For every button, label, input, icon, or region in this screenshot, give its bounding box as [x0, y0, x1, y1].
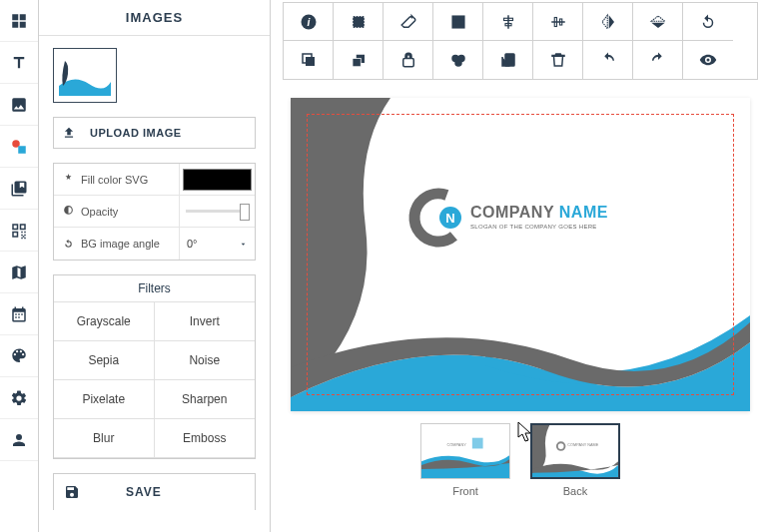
- page-front[interactable]: COMPANY Front: [420, 423, 510, 497]
- bg-angle-select[interactable]: 0°: [179, 228, 255, 260]
- filters-title: Filters: [54, 275, 255, 302]
- svg-rect-0: [12, 14, 18, 20]
- svg-rect-1: [20, 14, 26, 20]
- svg-rect-20: [306, 57, 315, 66]
- save-label: SAVE: [126, 485, 162, 499]
- upload-label: UPLOAD IMAGE: [90, 127, 182, 139]
- tool-grid-toggle[interactable]: [433, 3, 483, 41]
- filter-sepia[interactable]: Sepia: [54, 341, 155, 380]
- tool-select[interactable]: [334, 3, 384, 41]
- image-properties: Fill color SVG Opacity BG image angle 0°: [53, 163, 256, 261]
- page-navigation: COMPANY Front COMPANY NAME Back: [283, 423, 758, 497]
- sidebar-library[interactable]: [0, 168, 38, 210]
- canvas-area: N COMPANY NAME SLOGAN OF THE COMPANY GOE…: [283, 98, 758, 411]
- tool-group[interactable]: [433, 41, 483, 79]
- filters-grid: Grayscale Invert Sepia Noise Pixelate Sh…: [54, 302, 255, 458]
- svg-rect-17: [551, 21, 565, 23]
- workspace: i: [271, 0, 770, 532]
- sidebar-calendar[interactable]: [0, 293, 38, 335]
- tool-flip-v[interactable]: [633, 3, 683, 41]
- tool-layers[interactable]: [334, 41, 384, 79]
- sidebar-text[interactable]: [0, 42, 38, 84]
- sidebar-map[interactable]: [0, 252, 38, 293]
- upload-image-button[interactable]: UPLOAD IMAGE: [53, 117, 256, 149]
- sidebar-settings[interactable]: [0, 377, 38, 419]
- properties-panel: IMAGES UPLOAD IMAGE Fill color SVG Opaci…: [39, 0, 271, 532]
- tool-redo[interactable]: [633, 41, 683, 79]
- filter-blur[interactable]: Blur: [54, 419, 155, 458]
- page-back-label: Back: [530, 485, 620, 497]
- svg-text:SLOGAN OF THE COMPANY GOES HER: SLOGAN OF THE COMPANY GOES HERE: [470, 224, 597, 230]
- tool-duplicate[interactable]: [284, 41, 334, 79]
- svg-rect-33: [472, 438, 483, 449]
- filter-noise[interactable]: Noise: [155, 341, 256, 380]
- filter-grayscale[interactable]: Grayscale: [54, 302, 155, 341]
- tool-sidebar: [0, 0, 39, 532]
- tool-lock[interactable]: [384, 41, 433, 79]
- svg-rect-5: [18, 146, 26, 154]
- svg-point-28: [404, 184, 472, 252]
- panel-title: IMAGES: [39, 0, 270, 36]
- svg-rect-2: [12, 21, 18, 27]
- svg-text:COMPANY NAME: COMPANY NAME: [567, 443, 598, 447]
- sidebar-qr[interactable]: [0, 210, 38, 252]
- svg-point-26: [455, 60, 461, 66]
- svg-rect-23: [353, 59, 361, 67]
- svg-point-35: [557, 442, 565, 450]
- sidebar-brush[interactable]: [0, 335, 38, 377]
- tool-reset-icon[interactable]: [683, 3, 733, 41]
- tool-copy[interactable]: [483, 41, 533, 79]
- page-back[interactable]: COMPANY NAME Back: [530, 423, 620, 497]
- filter-sharpen[interactable]: Sharpen: [155, 380, 256, 419]
- main-toolbar: i: [283, 2, 758, 80]
- filter-pixelate[interactable]: Pixelate: [54, 380, 155, 419]
- svg-text:COMPANY NAME: COMPANY NAME: [470, 204, 608, 221]
- tool-align-vcenter[interactable]: [533, 3, 583, 41]
- page-front-label: Front: [420, 485, 510, 497]
- svg-rect-8: [353, 16, 364, 27]
- filter-invert[interactable]: Invert: [155, 302, 256, 341]
- bg-angle-label: BG image angle: [81, 238, 160, 250]
- filters-section: Filters Grayscale Invert Sepia Noise Pix…: [53, 274, 256, 459]
- svg-text:COMPANY: COMPANY: [446, 442, 466, 447]
- tool-flip-h[interactable]: [583, 3, 633, 41]
- tool-info[interactable]: i: [284, 3, 334, 41]
- sidebar-shapes[interactable]: [0, 126, 38, 168]
- save-button[interactable]: SAVE: [53, 473, 256, 510]
- svg-rect-3: [20, 21, 26, 27]
- tool-eraser[interactable]: [384, 3, 433, 41]
- sidebar-grid[interactable]: [0, 0, 38, 42]
- svg-rect-9: [452, 16, 464, 28]
- svg-text:N: N: [445, 211, 454, 226]
- sidebar-image[interactable]: [0, 84, 38, 126]
- tool-preview[interactable]: [683, 41, 733, 79]
- tool-delete[interactable]: [533, 41, 583, 79]
- tool-align-hcenter[interactable]: [483, 3, 533, 41]
- fill-color-control[interactable]: [179, 164, 255, 195]
- image-thumbnail[interactable]: [53, 48, 117, 103]
- sidebar-user[interactable]: [0, 419, 38, 461]
- filter-emboss[interactable]: Emboss: [155, 419, 256, 458]
- card-artwork: N COMPANY NAME SLOGAN OF THE COMPANY GOE…: [291, 98, 750, 411]
- tool-undo[interactable]: [583, 41, 633, 79]
- fill-svg-label: Fill color SVG: [81, 174, 148, 186]
- opacity-slider[interactable]: [179, 196, 255, 227]
- opacity-label: Opacity: [81, 206, 118, 218]
- svg-rect-14: [507, 15, 509, 29]
- design-canvas[interactable]: N COMPANY NAME SLOGAN OF THE COMPANY GOE…: [291, 98, 750, 411]
